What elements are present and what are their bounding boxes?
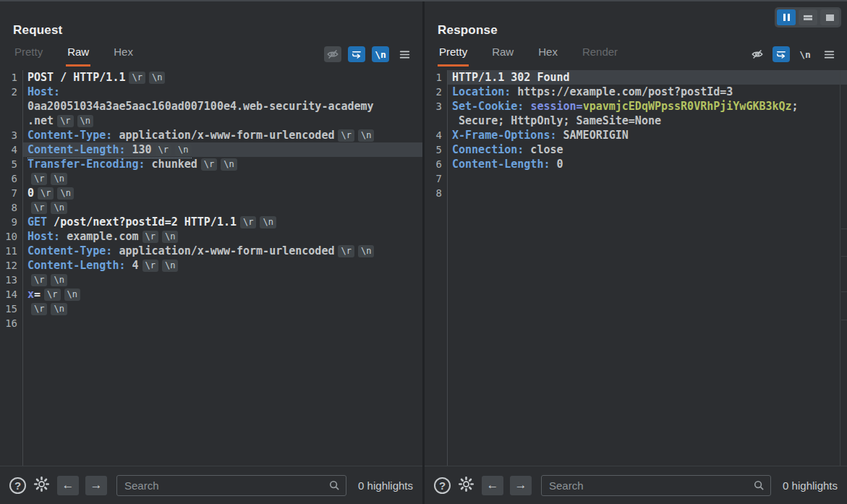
word-wrap-icon [775,48,787,60]
search-input[interactable] [541,475,771,496]
crlf-badge: \r [156,144,171,156]
soft-wrap-button[interactable] [348,46,365,62]
tab-pretty[interactable]: Pretty [13,46,44,67]
show-nonprintable-button[interactable]: \n [372,46,389,62]
editor-line[interactable]: 1POST / HTTP/1.1\r\n [0,70,422,85]
tab-raw[interactable]: Raw [66,46,90,67]
help-icon[interactable]: ? [434,477,451,494]
editor-line[interactable]: 1HTTP/1.1 302 Found [425,70,847,85]
editor-line[interactable]: 3Content-Type: application/x-www-form-ur… [0,128,422,142]
maximize-layout-button[interactable] [820,9,839,25]
editor-line[interactable]: Secure; HttpOnly; SameSite=None [425,114,847,128]
layout-controls [775,7,841,27]
gear-icon [33,475,51,496]
show-nonprintable-button[interactable]: \n [796,46,814,62]
code-segment: X-Frame-Options: [452,129,557,142]
code-segment: Set-Cookie: [452,100,524,113]
editor-line[interactable]: 3Set-Cookie: session=vpavmjcEDqWPpssR0VR… [425,99,847,114]
line-number: 1 [0,70,22,85]
crlf-badge: \r [31,303,47,315]
tab-hex[interactable]: Hex [537,46,559,67]
editor-line[interactable]: 14x=\r\n [0,287,422,302]
line-number [0,99,22,114]
editor-line[interactable]: 15\r\n [0,302,422,316]
line-number: 2 [0,85,22,99]
code-segment: 130 [125,143,151,156]
line-number: 15 [0,302,22,316]
editor-line[interactable]: 6\r\n [0,171,422,186]
search-settings-button[interactable] [33,475,51,496]
line-number: 14 [0,287,22,302]
hide-matches-button[interactable] [749,46,766,62]
next-match-button[interactable]: → [85,476,107,495]
crlf-badge: \n [221,158,237,171]
code-segment: HTTP/1.1 302 Found [452,71,570,84]
gutter-separator [22,70,23,466]
tab-render[interactable]: Render [581,46,619,67]
code-segment: Content-Type: [27,244,112,257]
editor-line[interactable]: 2Location: https://example.com/post?post… [425,85,847,99]
search-input[interactable] [116,475,346,496]
rows-layout-button[interactable] [799,9,817,25]
crlf-badge: \n [175,144,191,156]
editor-line[interactable]: 0aa20051034a3ae5aac160ad007100e4.web-sec… [0,99,422,114]
code-segment: Content-Length: [27,259,125,272]
gutter-separator [447,70,448,466]
editor-line[interactable]: 16 [0,316,422,330]
editor-line[interactable]: 4X-Frame-Options: SAMEORIGIN [425,128,847,142]
crlf-badge: \r [201,158,217,171]
crlf-badge: \n [51,303,67,315]
code-segment: .net [27,114,54,127]
editor-line[interactable]: 5Connection: close [425,142,847,157]
hamburger-menu-icon [399,49,411,60]
request-panel: Request Pretty Raw Hex [0,1,422,504]
editor-line[interactable]: 8\r\n [0,200,422,215]
editor-line[interactable]: 4Content-Length: 130\r\n [0,142,422,157]
hide-matches-button[interactable] [324,46,341,62]
editor-line[interactable]: 7 [425,171,847,186]
search-field-wrap [116,475,346,496]
code-segment: https://example.com/post?postId=3 [511,85,733,98]
tab-raw[interactable]: Raw [490,46,515,67]
previous-match-button[interactable]: ← [57,476,79,495]
code-segment: GET [27,215,47,228]
editor-line[interactable]: 13\r\n [0,273,422,287]
code-segment: close [524,143,563,156]
editor-menu-button[interactable] [396,46,413,62]
code-segment: POST / HTTP/1.1 [27,71,125,84]
pause-layout-button[interactable] [777,9,796,25]
editor-line[interactable]: 70\r\n [0,186,422,200]
line-number: 11 [0,244,22,258]
code-segment: Host: [27,230,60,243]
overview-ruler-scrollbar[interactable] [840,70,847,466]
editor-line[interactable]: .net\r\n [0,114,422,128]
highlights-count: 0 highlights [783,479,838,492]
pause-icon [783,14,790,21]
code-segment: Host: [27,85,60,98]
response-search-toolbar: ? ← → [425,466,847,504]
response-editor[interactable]: 1HTTP/1.1 302 Found2Location: https://ex… [425,70,847,466]
editor-line[interactable]: 5Transfer-Encoding: chunked\r\n [0,157,422,171]
editor-menu-button[interactable] [820,46,838,62]
tab-pretty[interactable]: Pretty [438,46,469,67]
line-number: 5 [0,157,22,171]
search-settings-button[interactable] [457,475,475,496]
editor-line[interactable]: 11Content-Type: application/x-www-form-u… [0,244,422,258]
crlf-badge: \r [142,260,158,272]
request-editor[interactable]: 1POST / HTTP/1.1\r\n2Host:0aa20051034a3a… [0,70,422,466]
soft-wrap-button[interactable] [772,46,790,62]
crlf-badge: \r [142,231,158,243]
editor-line[interactable]: 12Content-Length: 4\r\n [0,258,422,273]
previous-match-button[interactable]: ← [482,476,503,495]
editor-line[interactable]: 2Host: [0,85,422,99]
editor-line[interactable]: 8 [425,186,847,200]
editor-line[interactable]: 6Content-Length: 0 [425,157,847,171]
editor-line[interactable]: 10Host: example.com\r\n [0,229,422,244]
request-header: Request Pretty Raw Hex [0,1,422,70]
help-icon[interactable]: ? [9,477,26,494]
editor-line[interactable]: 9GET /post/next?postId=2 HTTP/1.1\r\n [0,215,422,229]
next-match-button[interactable]: → [510,476,532,495]
tab-hex[interactable]: Hex [112,46,135,67]
crlf-badge: \n [358,245,374,257]
eye-off-icon [751,48,764,61]
